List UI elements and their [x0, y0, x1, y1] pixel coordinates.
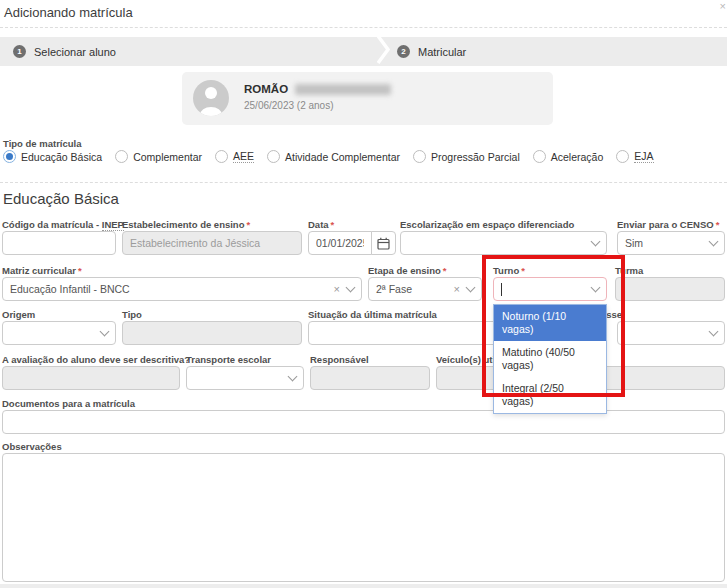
- step-selecionar-aluno[interactable]: 1 Selecionar aluno: [13, 45, 116, 58]
- chevron-down-icon: [466, 282, 476, 292]
- radio-eja[interactable]: EJA: [616, 150, 653, 163]
- close-icon[interactable]: ×: [720, 1, 726, 11]
- field-origem: Origem: [2, 310, 116, 345]
- step1-number-badge: 1: [13, 45, 26, 58]
- field-observacoes: Observações: [2, 442, 725, 586]
- field-data: Data*: [308, 220, 397, 255]
- field-responsavel: Responsável: [310, 355, 430, 390]
- field-documentos: Documentos para a matrícula: [2, 399, 725, 434]
- chevron-down-icon: [100, 326, 110, 336]
- bottom-edge: [0, 584, 727, 588]
- escolarizacao-select[interactable]: [400, 231, 607, 255]
- radio-icon: [267, 150, 280, 163]
- field-avaliacao-descritiva: A avaliação do aluno deve ser descritiva…: [2, 355, 180, 390]
- wizard-steps: 1 Selecionar aluno 2 Matricular: [0, 37, 727, 66]
- chevron-down-icon: [709, 326, 719, 336]
- text-cursor: [501, 283, 502, 296]
- calendar-icon[interactable]: [371, 231, 396, 255]
- data-input[interactable]: [308, 231, 372, 255]
- field-tipo: Tipo: [122, 310, 302, 345]
- chevron-down-icon: [591, 282, 601, 292]
- clear-icon[interactable]: ×: [334, 283, 347, 295]
- field-etapa-ensino: Etapa de ensino* 2ª Fase×: [368, 266, 482, 301]
- radio-icon: [215, 150, 228, 163]
- field-turma: Turma: [615, 266, 725, 301]
- header-divider: [0, 27, 727, 28]
- student-birthdate: 25/06/2023 (2 anos): [244, 100, 334, 111]
- student-name: ROMÃO: [244, 83, 288, 95]
- field-transporte-escolar: Transporte escolar: [186, 355, 304, 390]
- tipo-input: [122, 321, 302, 345]
- field-parcial-oculto: [617, 310, 725, 345]
- turno-option-integral[interactable]: Integral (2/50 vagas): [494, 377, 606, 413]
- step-matricular[interactable]: 2 Matricular: [397, 45, 727, 58]
- field-matriz-curricular: Matriz curricular* Educação Infantil - B…: [2, 266, 362, 301]
- step2-label: Matricular: [418, 46, 466, 58]
- parcial-oculto-select[interactable]: [617, 321, 725, 345]
- chevron-down-icon: [591, 236, 601, 246]
- turno-option-matutino[interactable]: Matutino (40/50 vagas): [494, 341, 606, 377]
- documentos-input[interactable]: [2, 410, 725, 434]
- step-separator-chevron-icon: [377, 35, 391, 68]
- radio-icon: [533, 150, 546, 163]
- inep-abbr: INEP: [102, 219, 124, 231]
- turma-input: [615, 277, 725, 301]
- turno-select[interactable]: [493, 277, 607, 301]
- field-turno: Turno*: [493, 266, 607, 301]
- enviar-censo-select[interactable]: Sim: [617, 231, 725, 255]
- responsavel-input: [310, 366, 430, 390]
- radio-icon: [115, 150, 128, 163]
- section-title: Educação Básica: [3, 190, 119, 207]
- etapa-ensino-select[interactable]: 2ª Fase×: [368, 277, 482, 301]
- chevron-down-icon: [709, 236, 719, 246]
- radio-progressao-parcial[interactable]: Progressão Parcial: [413, 150, 520, 163]
- step1-label: Selecionar aluno: [34, 46, 116, 58]
- radio-atividade-complementar[interactable]: Atividade Complementar: [267, 150, 400, 163]
- field-enviar-censo: Enviar para o CENSO* Sim: [617, 220, 725, 255]
- redacted-surname: [295, 84, 391, 95]
- radio-aceleracao[interactable]: Aceleração: [533, 150, 604, 163]
- avatar: [193, 80, 229, 116]
- observacoes-textarea[interactable]: [2, 453, 725, 582]
- radio-icon: [413, 150, 426, 163]
- radio-icon: [616, 150, 629, 163]
- chevron-down-icon: [288, 371, 298, 381]
- turno-dropdown-list: Noturno (1/10 vagas) Matutino (40/50 vag…: [493, 304, 607, 414]
- estabelecimento-input: Estabelecimento da Jéssica: [122, 231, 302, 255]
- origem-select[interactable]: [2, 321, 116, 345]
- radio-selected-icon: [3, 150, 16, 163]
- radio-complementar[interactable]: Complementar: [115, 150, 202, 163]
- avaliacao-input: [2, 366, 180, 390]
- page-title: Adicionando matrícula: [4, 5, 133, 20]
- step2-number-badge: 2: [397, 45, 410, 58]
- field-estabelecimento: Estabelecimento de ensino* Estabelecimen…: [122, 220, 302, 255]
- matriz-curricular-select[interactable]: Educação Infantil - BNCC×: [2, 277, 362, 301]
- field-escolarizacao: Escolarização em espaço diferenciado: [400, 220, 607, 255]
- field-codigo-inep: Código da matrícula - INEP: [2, 220, 116, 255]
- turno-option-noturno[interactable]: Noturno (1/10 vagas): [494, 305, 606, 341]
- transporte-select[interactable]: [186, 366, 304, 390]
- radio-aee[interactable]: AEE: [215, 150, 254, 163]
- student-card: ROMÃO 25/06/2023 (2 anos): [182, 72, 553, 125]
- codigo-inep-input[interactable]: [2, 231, 116, 255]
- clear-icon[interactable]: ×: [454, 283, 467, 295]
- tipo-matricula-label: Tipo de matrícula: [3, 139, 81, 149]
- chevron-down-icon: [346, 282, 356, 292]
- tipo-matricula-radio-group: Educação Básica Complementar AEE Ativida…: [3, 150, 654, 163]
- section-divider: [0, 182, 727, 183]
- radio-educacao-basica[interactable]: Educação Básica: [3, 150, 102, 163]
